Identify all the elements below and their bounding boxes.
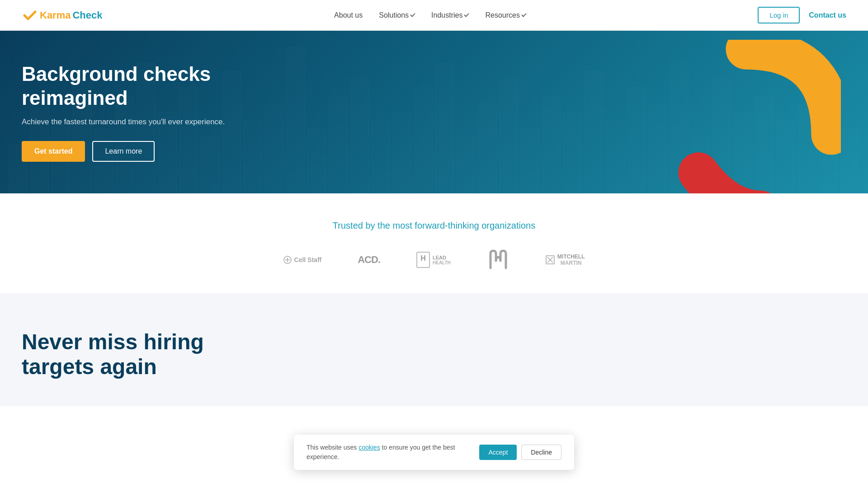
nav-industries[interactable]: Industries <box>431 11 469 19</box>
mitchellmartin-icon <box>546 255 555 264</box>
nav-menu: About us Solutions Industries Resources <box>334 11 526 19</box>
learn-more-button[interactable]: Learn more <box>92 141 155 162</box>
hero-subtitle: Achieve the fastest turnaround times you… <box>22 117 225 127</box>
nav-about-link[interactable]: About us <box>334 11 363 19</box>
trusted-title: Trusted by the most forward-thinking org… <box>22 221 846 231</box>
trusted-section: Trusted by the most forward-thinking org… <box>0 193 868 293</box>
logo-text-karma: Karma <box>40 9 71 21</box>
nav-resources[interactable]: Resources <box>485 11 526 19</box>
nav-solutions[interactable]: Solutions <box>379 11 415 19</box>
logo-link[interactable]: KarmaCheck <box>22 7 103 23</box>
checkmark-graphic <box>651 40 841 193</box>
logo-text-check: Check <box>72 9 102 21</box>
navbar-actions: Log in Contact us <box>758 7 846 23</box>
login-button[interactable]: Log in <box>758 7 800 23</box>
logo-mitchellmartin: MITCHELL MARTIN <box>546 253 585 266</box>
navbar: KarmaCheck About us Solutions Industries… <box>0 0 868 31</box>
hero-content: Background checks reimagined Achieve the… <box>22 62 225 162</box>
hero-graphic <box>651 31 868 193</box>
cellstaff-icon <box>283 256 292 264</box>
resources-chevron-icon <box>521 12 526 17</box>
logo-cellstaff: Cell Staff <box>283 256 322 264</box>
logo-icon <box>22 7 38 23</box>
nav-about[interactable]: About us <box>334 11 363 19</box>
logo-acd: ACD. <box>358 254 380 266</box>
svg-text:H: H <box>420 254 426 262</box>
mcdonalds-icon <box>487 249 509 271</box>
industries-chevron-icon <box>464 12 469 17</box>
lower-section: Never miss hiring targets again <box>0 293 868 406</box>
hero-section: Background checks reimagined Achieve the… <box>0 31 868 193</box>
hero-buttons: Get started Learn more <box>22 141 225 162</box>
logo-leadhealth: H LEAD HEALTH <box>416 252 451 268</box>
leadhealth-icon: H <box>416 252 430 268</box>
logos-row: Cell Staff ACD. H LEAD HEALTH <box>22 249 846 271</box>
lower-title: Never miss hiring targets again <box>22 329 248 379</box>
get-started-button[interactable]: Get started <box>22 141 85 162</box>
logo-mcdonalds <box>487 249 509 271</box>
solutions-chevron-icon <box>410 12 415 17</box>
hero-title: Background checks reimagined <box>22 62 225 110</box>
contact-button[interactable]: Contact us <box>809 11 846 19</box>
